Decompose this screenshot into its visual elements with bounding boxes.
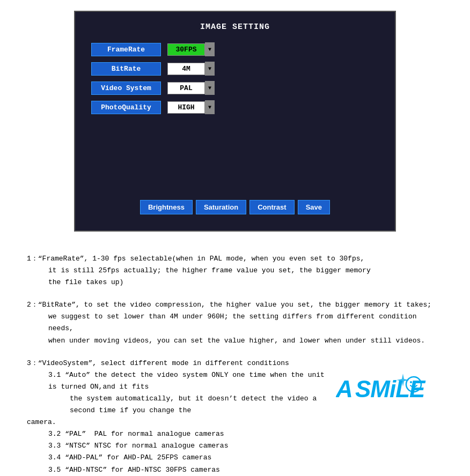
- photoquality-row: PhotoQuality HIGH ▼: [91, 100, 379, 114]
- framerate-dropdown[interactable]: 30FPS ▼: [167, 42, 215, 56]
- asmile-logo-svg: A SMiLE: [336, 369, 443, 407]
- photoquality-arrow[interactable]: ▼: [205, 100, 215, 114]
- save-button[interactable]: Save: [298, 200, 330, 214]
- panel-title: IMAGE SETTING: [91, 23, 379, 32]
- contrast-button[interactable]: Contrast: [249, 200, 294, 214]
- image-setting-panel: IMAGE SETTING FrameRate 30FPS ▼ BitRate …: [74, 11, 396, 232]
- asmile-logo: A SMiLE: [336, 369, 443, 411]
- bitrate-dropdown[interactable]: 4M ▼: [167, 62, 215, 76]
- explanation-3-sub5: 3.5 “AHD-NTSC” for AHD-NTSC 30FPS camera…: [48, 464, 325, 476]
- explanation-1-line2: it is still 25fps actually; the higher f…: [48, 265, 443, 277]
- svg-text:A: A: [336, 376, 352, 402]
- bitrate-row: BitRate 4M ▼: [91, 62, 379, 76]
- spacer: [91, 130, 379, 195]
- explanation-3-sub1b: the system automatically, but it doesn’t…: [70, 393, 325, 416]
- explanation-2-line1: 2：“BitRate”, to set the video compressio…: [27, 299, 443, 311]
- explanation-2: 2：“BitRate”, to set the video compressio…: [27, 299, 443, 346]
- svg-text:SMiLE: SMiLE: [355, 376, 426, 402]
- bitrate-value: 4M: [167, 63, 205, 75]
- explanation-1-line3: the file takes up): [48, 277, 443, 288]
- bitrate-label: BitRate: [91, 62, 161, 76]
- brightness-button[interactable]: Brightness: [140, 200, 193, 214]
- explanations-section: 1：“FrameRate”, 1-30 fps selectable(when …: [16, 248, 454, 476]
- photoquality-dropdown[interactable]: HIGH ▼: [167, 100, 215, 114]
- framerate-value: 30FPS: [167, 43, 205, 56]
- explanation-3-sub1: 3.1 “Auto” the detect the video system O…: [48, 369, 325, 393]
- framerate-row: FrameRate 30FPS ▼: [91, 42, 379, 56]
- videosystem-value: PAL: [167, 82, 205, 94]
- videosystem-arrow[interactable]: ▼: [205, 81, 215, 95]
- settings-grid: FrameRate 30FPS ▼ BitRate 4M ▼ Video Sys…: [91, 42, 379, 114]
- explanation-3-sub3: 3.3 “NTSC” NTSC for normal analogue came…: [48, 440, 325, 452]
- photoquality-value: HIGH: [167, 101, 205, 114]
- framerate-arrow[interactable]: ▼: [205, 42, 215, 56]
- saturation-button[interactable]: Saturation: [196, 200, 246, 214]
- videosystem-label: Video System: [91, 81, 161, 95]
- bottom-buttons: Brightness Saturation Contrast Save: [91, 200, 379, 214]
- explanation-3-sub1c: camera.: [27, 416, 325, 428]
- explanation-3-line1: 3：“VideoSystem”, select different mode i…: [27, 358, 443, 369]
- framerate-label: FrameRate: [91, 43, 161, 56]
- explanation-1: 1：“FrameRate”, 1-30 fps selectable(when …: [27, 253, 443, 288]
- explanation-2-line3: when under moving videos, you can set th…: [48, 335, 443, 347]
- explanation-3-sub2: 3.2 “PAL” PAL for normal analogue camera…: [48, 428, 325, 440]
- explanation-2-line2: we suggest to set lower than 4M under 96…: [48, 311, 443, 334]
- page-wrapper: IMAGE SETTING FrameRate 30FPS ▼ BitRate …: [0, 0, 470, 476]
- explanation-3: 3：“VideoSystem”, select different mode i…: [27, 358, 443, 476]
- explanation-3-sub4: 3.4 “AHD-PAL” for AHD-PAL 25FPS cameras: [48, 452, 325, 464]
- videosystem-dropdown[interactable]: PAL ▼: [167, 81, 215, 95]
- photoquality-label: PhotoQuality: [91, 101, 161, 114]
- bitrate-arrow[interactable]: ▼: [205, 62, 215, 76]
- explanation-1-line1: 1：“FrameRate”, 1-30 fps selectable(when …: [27, 253, 443, 265]
- videosystem-row: Video System PAL ▼: [91, 81, 379, 95]
- item-3-block: 3.1 “Auto” the detect the video system O…: [27, 369, 443, 476]
- item-3-text: 3.1 “Auto” the detect the video system O…: [27, 369, 325, 476]
